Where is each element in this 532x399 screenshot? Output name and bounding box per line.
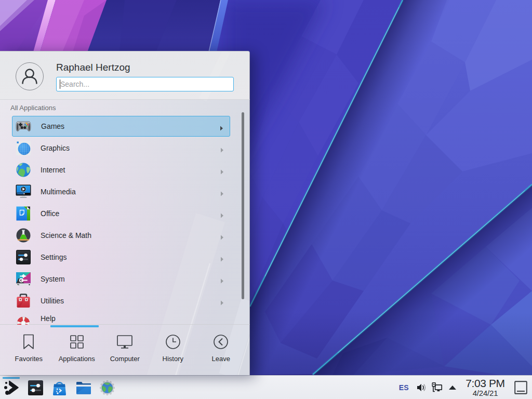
folder-icon — [75, 379, 92, 396]
wallpaper-purple-cluster — [0, 0, 228, 52]
flask-icon — [15, 227, 32, 244]
app-category-internet[interactable]: Internet — [12, 159, 230, 180]
globe-gear-icon — [99, 379, 116, 396]
application-launcher-popup: Raphael Hertzog All Applications — [0, 51, 250, 375]
settings-sliders-icon — [15, 249, 32, 265]
tab-label: Favorites — [15, 355, 43, 363]
network-wired-icon — [431, 381, 443, 394]
media-player-icon — [15, 183, 32, 200]
history-clock-icon — [165, 334, 181, 350]
app-category-label: Settings — [41, 253, 67, 261]
office-documents-icon — [15, 205, 32, 222]
leave-icon — [212, 334, 229, 350]
app-category-system[interactable]: System — [12, 269, 230, 289]
desktop[interactable]: ES — [0, 0, 532, 399]
app-category-help[interactable]: Help — [12, 308, 230, 325]
submenu-arrow-icon — [220, 167, 224, 177]
app-category-multimedia[interactable]: Multimedia — [12, 181, 230, 202]
network-tray-item[interactable] — [429, 376, 445, 399]
tab-leave[interactable]: Leave — [197, 327, 245, 376]
tab-computer[interactable]: Computer — [101, 327, 149, 376]
lifebuoy-icon — [15, 315, 32, 325]
application-list: Games — [0, 114, 250, 327]
discover-launcher[interactable] — [47, 376, 71, 399]
app-category-label: Help — [41, 314, 56, 323]
gamepad-icon — [15, 118, 32, 135]
app-category-office[interactable]: Office — [12, 203, 230, 224]
submenu-arrow-icon — [220, 276, 224, 286]
bookmark-icon — [20, 334, 37, 350]
app-category-label: Science & Math — [41, 231, 91, 240]
user-avatar[interactable] — [16, 62, 44, 90]
active-tab-indicator — [50, 325, 99, 327]
system-settings-launcher[interactable] — [23, 376, 47, 399]
user-icon — [16, 62, 43, 90]
web-browser-launcher[interactable] — [95, 376, 119, 399]
app-category-label: Multimedia — [41, 188, 76, 196]
app-category-label: System — [41, 275, 65, 283]
submenu-arrow-icon — [220, 211, 224, 220]
tab-label: History — [163, 355, 183, 363]
kali-menu-icon — [3, 379, 20, 396]
section-label: All Applications — [10, 104, 56, 112]
app-category-label: Games — [41, 122, 64, 130]
volume-tray-item[interactable] — [414, 376, 429, 399]
system-settings-icon — [27, 379, 44, 396]
tab-favorites[interactable]: Favorites — [5, 327, 53, 376]
tab-label: Applications — [59, 355, 95, 363]
show-desktop-button[interactable] — [513, 376, 528, 399]
header-separator — [0, 99, 250, 100]
clock-time: 7:03 PM — [463, 378, 508, 389]
text-cursor — [60, 79, 60, 89]
submenu-arrow-icon — [220, 255, 224, 264]
help-row-clip: Help — [0, 297, 250, 325]
app-category-games[interactable]: Games — [12, 116, 230, 137]
tab-label: Leave — [212, 355, 230, 363]
app-category-settings[interactable]: Settings — [12, 247, 230, 268]
computer-icon — [116, 334, 133, 350]
discover-icon — [51, 379, 68, 396]
app-launcher-button[interactable] — [0, 376, 23, 399]
app-category-label: Office — [41, 209, 59, 218]
user-name: Raphael Hertzog — [56, 62, 130, 73]
launcher-tabbar: Favorites Applications — [5, 327, 250, 376]
tab-label: Computer — [110, 355, 140, 363]
list-scrollbar[interactable] — [242, 112, 244, 299]
submenu-arrow-icon — [220, 124, 223, 133]
tab-history[interactable]: History — [149, 327, 197, 376]
clock-date: 4/24/21 — [463, 389, 508, 397]
blue-sphere-icon — [15, 140, 32, 156]
app-category-science[interactable]: Science & Math — [12, 225, 230, 246]
tab-applications[interactable]: Applications — [53, 327, 101, 376]
search-input[interactable] — [56, 77, 234, 91]
app-grid-icon — [69, 334, 85, 350]
keyboard-layout-indicator[interactable]: ES — [394, 383, 414, 392]
app-category-label: Internet — [41, 166, 65, 174]
submenu-arrow-icon — [220, 233, 224, 242]
globe-icon — [15, 162, 32, 178]
submenu-arrow-icon — [220, 145, 224, 155]
submenu-arrow-icon — [220, 189, 224, 198]
digital-clock[interactable]: 7:03 PM 4/24/21 — [463, 378, 508, 397]
file-manager-launcher[interactable] — [71, 376, 95, 399]
tray-expander[interactable] — [445, 376, 460, 399]
show-desktop-icon — [514, 381, 527, 394]
taskbar-panel: ES — [0, 375, 532, 399]
app-category-graphics[interactable]: Graphics — [12, 138, 230, 158]
app-category-label: Graphics — [41, 144, 70, 152]
active-task-indicator — [3, 377, 20, 379]
volume-icon — [416, 382, 427, 393]
system-icon — [15, 271, 32, 287]
caret-up-icon — [448, 385, 457, 390]
launcher-header: Raphael Hertzog — [0, 51, 250, 100]
